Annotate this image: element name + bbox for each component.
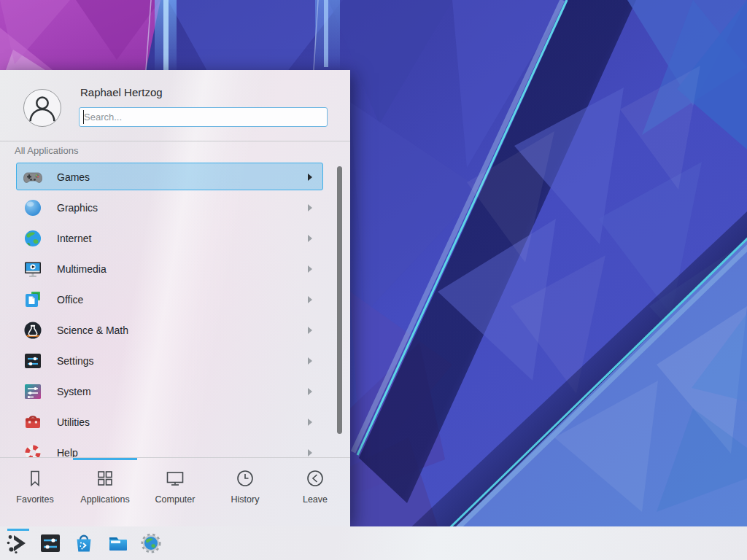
tab-leave[interactable]: Leave bbox=[280, 458, 350, 526]
search-field[interactable] bbox=[79, 107, 328, 127]
chevron-right-icon bbox=[308, 174, 312, 181]
office-icon bbox=[23, 289, 43, 310]
tab-label: Favorites bbox=[16, 494, 53, 505]
category-utilities[interactable]: Utilities bbox=[0, 407, 350, 438]
chevron-right-icon bbox=[308, 296, 312, 303]
tab-applications[interactable]: Applications bbox=[70, 458, 140, 526]
category-science-math[interactable]: Science & Math bbox=[0, 315, 350, 346]
tab-label: History bbox=[231, 494, 260, 505]
discover-icon bbox=[72, 532, 96, 555]
app-launcher-button[interactable] bbox=[1, 529, 32, 558]
kde-launcher-icon bbox=[5, 532, 28, 555]
active-tab-indicator bbox=[73, 458, 137, 460]
category-help[interactable]: Help bbox=[0, 438, 350, 457]
multimedia-icon bbox=[23, 259, 43, 279]
header-separator bbox=[0, 141, 350, 141]
taskbar: ES 7:03 PM 4/24/2 bbox=[0, 526, 747, 560]
computer-icon bbox=[166, 469, 185, 488]
settings-icon bbox=[23, 351, 43, 371]
desktop: Raphael Hertzog All Applications bbox=[0, 0, 747, 560]
globe-gear-icon bbox=[139, 532, 163, 555]
category-label: System bbox=[57, 376, 91, 407]
chevron-right-icon bbox=[308, 327, 312, 334]
system-settings-button[interactable] bbox=[35, 529, 66, 558]
chevron-right-icon bbox=[308, 419, 312, 426]
tab-computer[interactable]: Computer bbox=[140, 458, 210, 526]
section-label: All Applications bbox=[15, 145, 78, 156]
favorites-icon bbox=[26, 469, 44, 488]
tab-label: Leave bbox=[303, 494, 328, 505]
utilities-icon bbox=[23, 412, 43, 432]
applications-icon bbox=[96, 469, 115, 488]
category-label: Utilities bbox=[57, 407, 90, 438]
chevron-right-icon bbox=[308, 265, 312, 273]
tab-favorites[interactable]: Favorites bbox=[0, 458, 70, 526]
list-scrollbar[interactable] bbox=[337, 166, 342, 434]
category-system[interactable]: System bbox=[0, 376, 350, 407]
leave-icon bbox=[306, 469, 325, 488]
chevron-right-icon bbox=[308, 449, 312, 456]
category-games[interactable]: Games bbox=[0, 162, 350, 192]
chevron-right-icon bbox=[308, 357, 312, 365]
tab-history[interactable]: History bbox=[210, 458, 280, 526]
chevron-right-icon bbox=[308, 235, 312, 242]
history-icon bbox=[236, 469, 255, 488]
user-avatar[interactable] bbox=[23, 89, 61, 127]
category-settings[interactable]: Settings bbox=[0, 346, 350, 376]
category-list: Games Graphics bbox=[0, 162, 350, 457]
chevron-right-icon bbox=[308, 204, 312, 211]
category-label: Settings bbox=[57, 346, 94, 376]
file-manager-button[interactable] bbox=[102, 529, 133, 558]
discover-button[interactable] bbox=[69, 529, 99, 558]
folder-icon bbox=[106, 532, 129, 555]
category-internet[interactable]: Internet bbox=[0, 223, 350, 254]
help-icon bbox=[23, 443, 43, 457]
launcher-tabbar: Favorites Applications Computer bbox=[0, 457, 350, 526]
category-label: Internet bbox=[57, 223, 91, 254]
search-input[interactable] bbox=[79, 107, 328, 127]
application-launcher: Raphael Hertzog All Applications bbox=[0, 70, 350, 526]
category-label: Science & Math bbox=[57, 315, 128, 346]
tab-label: Applications bbox=[80, 494, 129, 505]
web-browser-button[interactable] bbox=[136, 529, 166, 558]
category-label: Games bbox=[57, 162, 90, 192]
category-multimedia[interactable]: Multimedia bbox=[0, 254, 350, 284]
category-label: Help bbox=[57, 438, 78, 457]
system-settings-icon bbox=[39, 532, 62, 555]
internet-icon bbox=[23, 228, 43, 249]
category-office[interactable]: Office bbox=[0, 284, 350, 315]
games-icon bbox=[23, 167, 43, 187]
graphics-icon bbox=[23, 198, 43, 218]
system-icon bbox=[23, 381, 43, 402]
category-label: Multimedia bbox=[57, 254, 107, 284]
active-launcher-indicator bbox=[7, 529, 29, 531]
category-label: Graphics bbox=[57, 192, 98, 223]
text-caret bbox=[83, 110, 84, 124]
user-name: Raphael Hertzog bbox=[80, 86, 163, 98]
science-icon bbox=[23, 320, 43, 341]
tab-label: Computer bbox=[155, 494, 196, 505]
user-icon bbox=[24, 90, 61, 126]
chevron-right-icon bbox=[308, 388, 312, 395]
category-graphics[interactable]: Graphics bbox=[0, 192, 350, 223]
category-label: Office bbox=[57, 284, 83, 315]
